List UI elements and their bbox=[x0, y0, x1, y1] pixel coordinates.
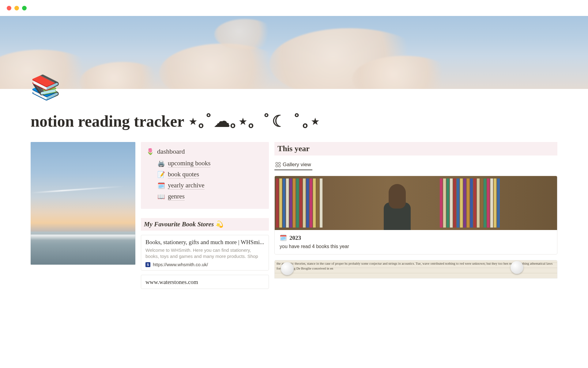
open-book-icon: 📖 bbox=[157, 193, 165, 200]
embedded-image-sunset[interactable] bbox=[31, 142, 135, 265]
card-cover-bookshop bbox=[275, 176, 557, 230]
tab-gallery-view[interactable]: Gallery view bbox=[274, 160, 312, 170]
calendar-icon: 🗓️ bbox=[157, 182, 165, 189]
dashboard-label: dashboard bbox=[157, 148, 185, 155]
dashboard-link-label: upcoming books bbox=[168, 159, 210, 167]
bookmark-favicon-icon: S bbox=[145, 262, 150, 267]
dashboard-link-yearly-archive[interactable]: 🗓️ yearly archive bbox=[146, 180, 263, 191]
dashboard-link-label: book quotes bbox=[168, 171, 199, 178]
window-close-button[interactable] bbox=[7, 6, 11, 10]
memo-icon: 📝 bbox=[157, 171, 165, 178]
dashboard-link-upcoming-books[interactable]: 🖨️ upcoming books bbox=[146, 158, 263, 169]
calendar-icon: 🗓️ bbox=[280, 234, 287, 241]
dashboard-link-label: yearly archive bbox=[168, 182, 205, 190]
bookmark-title: Books, stationery, gifts and much more |… bbox=[145, 239, 264, 246]
window-minimize-button[interactable] bbox=[14, 6, 19, 10]
gallery-card-2023[interactable]: 🗓️ 2023 you have read 4 books this year bbox=[274, 176, 557, 255]
window-titlebar bbox=[0, 0, 588, 16]
tulip-icon: 🌷 bbox=[146, 148, 154, 155]
window-zoom-button[interactable] bbox=[22, 6, 27, 10]
dashboard-heading[interactable]: 🌷 dashboard bbox=[146, 146, 263, 158]
page-emoji-icon[interactable]: 📚 bbox=[31, 75, 60, 99]
favourite-bookstores-heading: My Favourite Book Stores 💫 bbox=[141, 218, 269, 231]
page-title[interactable]: notion reading tracker ⋆｡ﾟ☁︎｡⋆｡ ﾟ☾ ﾟ｡⋆ bbox=[31, 112, 588, 130]
bookmark-waterstones[interactable]: www.waterstones.com bbox=[141, 275, 269, 289]
bookmark-description: Welcome to WHSmith. Here you can find st… bbox=[145, 247, 264, 259]
dashboard-link-genres[interactable]: 📖 genres bbox=[146, 191, 263, 202]
dashboard-link-label: genres bbox=[168, 193, 185, 201]
card-title-text: 2023 bbox=[289, 235, 301, 241]
this-year-heading: This year bbox=[274, 142, 557, 155]
gallery-icon bbox=[276, 162, 281, 167]
card-subtitle: you have read 4 books this year bbox=[280, 244, 552, 249]
dashboard-link-book-quotes[interactable]: 📝 book quotes bbox=[146, 169, 263, 180]
gallery-card-peek[interactable]: the atomistic theories, stance in the ca… bbox=[274, 260, 557, 278]
printer-icon: 🖨️ bbox=[157, 160, 165, 167]
bookmark-title: www.waterstones.com bbox=[145, 279, 264, 286]
page-cover[interactable] bbox=[0, 16, 588, 89]
bookmark-whsmith[interactable]: Books, stationery, gifts and much more |… bbox=[141, 235, 269, 270]
dashboard-callout: 🌷 dashboard 🖨️ upcoming books 📝 book quo… bbox=[141, 142, 269, 209]
bookmark-url: https://www.whsmith.co.uk/ bbox=[153, 262, 208, 267]
tab-label: Gallery view bbox=[283, 162, 311, 168]
